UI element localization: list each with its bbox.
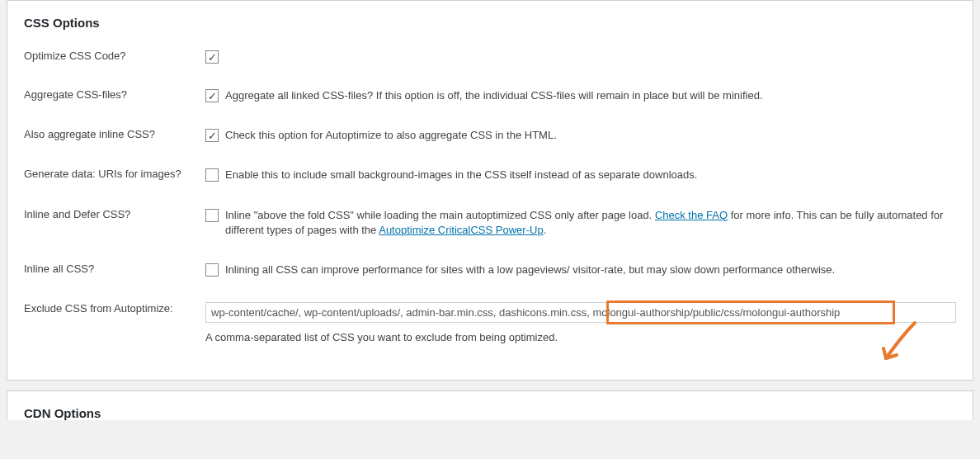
label-aggregate-css: Aggregate CSS-files? [24, 88, 205, 101]
checkbox-aggregate-css[interactable] [205, 89, 219, 102]
row-aggregate-inline: Also aggregate inline CSS? Check this op… [24, 128, 956, 143]
desc-inline-defer: Inline "above the fold CSS" while loadin… [225, 208, 956, 238]
link-criticalcss[interactable]: Autoptimize CriticalCSS Power-Up [379, 224, 543, 236]
label-inline-all: Inline all CSS? [24, 263, 205, 275]
desc-inline-all: Inlining all CSS can improve performance… [225, 263, 835, 277]
label-inline-defer: Inline and Defer CSS? [24, 208, 205, 220]
row-exclude-css: Exclude CSS from Autoptimize: A comma-se… [24, 302, 956, 343]
checkbox-inline-all[interactable] [205, 263, 219, 277]
label-aggregate-inline: Also aggregate inline CSS? [24, 128, 205, 140]
label-data-uris: Generate data: URIs for images? [24, 168, 205, 180]
checkbox-data-uris[interactable] [205, 168, 219, 182]
link-check-faq[interactable]: Check the FAQ [655, 209, 728, 221]
section-title: CSS Options [24, 16, 956, 30]
label-exclude-css: Exclude CSS from Autoptimize: [24, 302, 205, 315]
cdn-section-title: CDN Options [7, 390, 973, 420]
row-optimize-css: Optimize CSS Code? [24, 50, 956, 64]
checkbox-optimize-css[interactable] [205, 50, 219, 64]
row-aggregate-css: Aggregate CSS-files? Aggregate all linke… [24, 88, 956, 103]
input-exclude-css[interactable] [205, 302, 956, 323]
desc-aggregate-css: Aggregate all linked CSS-files? If this … [225, 88, 763, 103]
desc-inline-defer-post: . [544, 224, 547, 236]
desc-data-uris: Enable this to include small background-… [225, 168, 697, 182]
row-data-uris: Generate data: URIs for images? Enable t… [24, 168, 956, 182]
row-inline-defer: Inline and Defer CSS? Inline "above the … [24, 208, 956, 238]
checkbox-aggregate-inline[interactable] [205, 129, 219, 142]
row-inline-all: Inline all CSS? Inlining all CSS can imp… [24, 263, 956, 277]
css-options-panel: CSS Options Optimize CSS Code? Aggregate… [7, 0, 973, 381]
desc-aggregate-inline: Check this option for Autoptimize to als… [225, 128, 557, 143]
desc-inline-defer-pre: Inline "above the fold CSS" while loadin… [225, 209, 655, 221]
checkbox-inline-defer[interactable] [205, 209, 219, 222]
label-optimize-css: Optimize CSS Code? [24, 50, 205, 62]
hint-exclude-css: A comma-separated list of CSS you want t… [205, 331, 956, 343]
